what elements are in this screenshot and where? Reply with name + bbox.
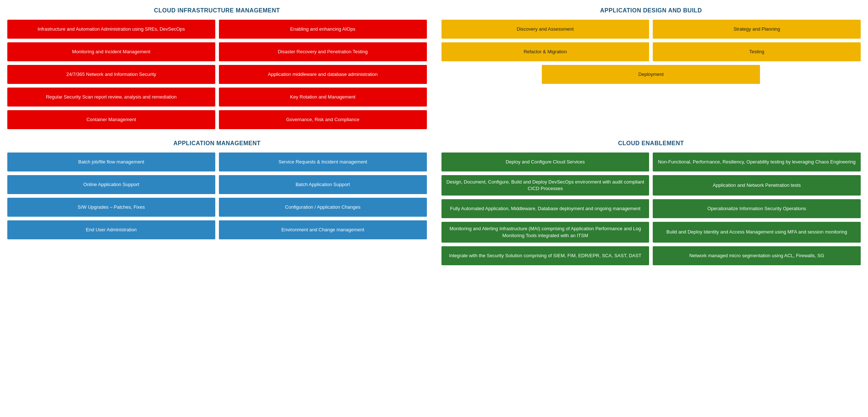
list-item: Strategy and Planning (653, 20, 861, 39)
list-item: Design, Document, Configure, Build and D… (441, 175, 649, 196)
list-item: Discovery and Assessment (441, 20, 649, 39)
cloud-infra-right: Enabling and enhancing AIOps Disaster Re… (219, 20, 427, 129)
list-item: Batch job/file flow management (7, 152, 215, 171)
list-item: Testing (653, 42, 861, 61)
app-design-section: APPLICATION DESIGN AND BUILD Discovery a… (441, 7, 861, 129)
list-item: Fully Automated Application, Middleware,… (441, 199, 649, 218)
list-item: Governance, Risk and Compliance (219, 110, 427, 129)
list-item: Container Management (7, 110, 215, 129)
list-item: Regular Security Scan report review, ana… (7, 88, 215, 107)
app-design-title: APPLICATION DESIGN AND BUILD (441, 7, 861, 14)
cloud-enable-section: CLOUD ENABLEMENT Deploy and Configure Cl… (441, 140, 861, 265)
list-item: Infrastructure and Automation Administra… (7, 20, 215, 39)
list-item: Build and Deploy Identity and Access Man… (653, 222, 861, 242)
app-mgmt-grid: Batch job/file flow management Service R… (7, 152, 427, 239)
list-item: Key Rotation and Management (219, 88, 427, 107)
list-item: S/W Upgrades – Patches, Fixes (7, 198, 215, 217)
cloud-infra-section: CLOUD INFRASTRUCTURE MANAGEMENT Infrastr… (7, 7, 427, 129)
list-item: Refactor & Migration (441, 42, 649, 61)
list-item: Configuration / Application Changes (219, 198, 427, 217)
list-item: Online Application Support (7, 175, 215, 194)
deployment-row: Deployment (441, 65, 861, 84)
list-item: Operationalize Information Security Oper… (653, 199, 861, 218)
list-item: Monitoring and Alerting Infrastructure (… (441, 222, 649, 242)
list-item: Batch Application Support (219, 175, 427, 194)
app-mgmt-section: APPLICATION MANAGEMENT Batch job/file fl… (7, 140, 427, 265)
list-item: Application and Network Penetration test… (653, 175, 861, 196)
cloud-enable-title: CLOUD ENABLEMENT (441, 140, 861, 147)
list-item: Non-Functional, Performance, Resiliency,… (653, 152, 861, 171)
deployment-box: Deployment (542, 65, 760, 84)
list-item: Deploy and Configure Cloud Services (441, 152, 649, 171)
list-item: Disaster Recovery and Penetration Testin… (219, 42, 427, 61)
cloud-infra-left: Infrastructure and Automation Administra… (7, 20, 215, 129)
list-item: Monitoring and Incident Management (7, 42, 215, 61)
list-item: Application middleware and database admi… (219, 65, 427, 84)
list-item: 24/7/365 Network and Information Securit… (7, 65, 215, 84)
list-item: Environment and Change management (219, 220, 427, 239)
app-design-grid: Discovery and Assessment Strategy and Pl… (441, 20, 861, 61)
cloud-infra-title: CLOUD INFRASTRUCTURE MANAGEMENT (7, 7, 427, 14)
cloud-enable-grid: Deploy and Configure Cloud Services Non-… (441, 152, 861, 265)
cloud-infra-grid: Infrastructure and Automation Administra… (7, 20, 427, 129)
app-mgmt-title: APPLICATION MANAGEMENT (7, 140, 427, 147)
list-item: Network managed micro segmentation using… (653, 246, 861, 265)
list-item: Service Requests & Incident management (219, 152, 427, 171)
page-wrapper: CLOUD INFRASTRUCTURE MANAGEMENT Infrastr… (7, 7, 861, 265)
list-item: Integrate with the Security Solution com… (441, 246, 649, 265)
list-item: Enabling and enhancing AIOps (219, 20, 427, 39)
list-item: End User Administration (7, 220, 215, 239)
